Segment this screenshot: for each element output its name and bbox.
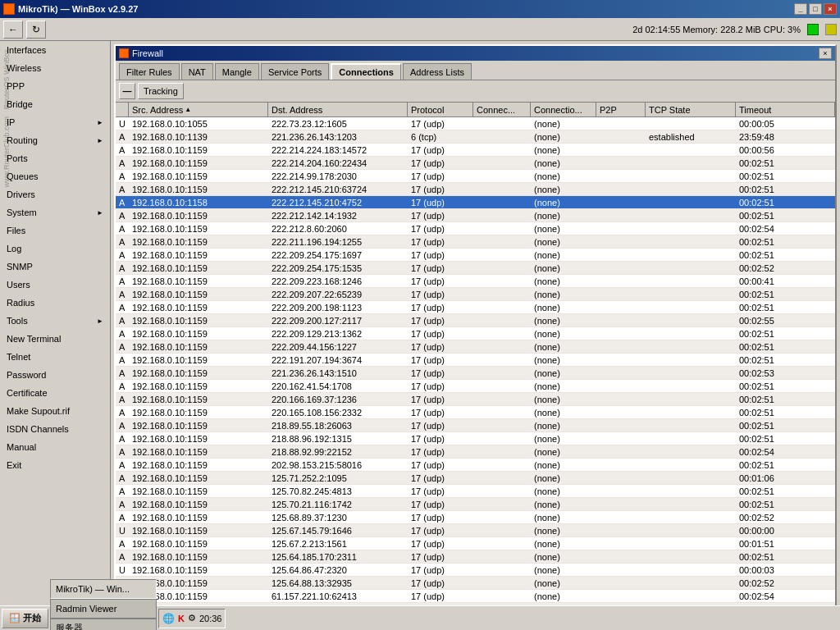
- table-row[interactable]: A 192.168.0.10:1159 222.211.196.194:1255…: [116, 235, 835, 249]
- table-row[interactable]: A 192.168.0.10:1158 222.212.145.210:4752…: [116, 196, 835, 209]
- table-row[interactable]: A 192.168.0.10:1159 218.88.92.99:22152 1…: [116, 445, 835, 459]
- th-p2p[interactable]: P2P: [596, 103, 646, 116]
- conn-table-body[interactable]: U 192.168.0.10:1055 222.73.23.12:1605 17…: [116, 117, 835, 605]
- th-tcp[interactable]: TCP State: [646, 103, 736, 116]
- sidebar-item-new-terminal[interactable]: New Terminal: [0, 330, 110, 348]
- start-button[interactable]: 🪟 开始: [2, 609, 48, 628]
- sidebar-item-password[interactable]: Password: [0, 366, 110, 384]
- table-row[interactable]: U 192.168.0.10:1055 222.73.23.12:1605 17…: [116, 117, 835, 130]
- tab-service-ports[interactable]: Service Ports: [261, 63, 329, 80]
- table-row[interactable]: A 192.168.0.10:1159 125.71.252.2:1095 17…: [116, 472, 835, 485]
- th-proto[interactable]: Protocol: [408, 103, 473, 116]
- close-button[interactable]: ×: [824, 3, 837, 15]
- tab-connections[interactable]: Connections: [331, 63, 401, 80]
- td-timeout: 00:02:54: [736, 224, 793, 234]
- table-row[interactable]: A 192.168.0.10:1159 125.68.89.37:1230 17…: [116, 511, 835, 524]
- sidebar-item-certificate[interactable]: Certificate: [0, 384, 110, 402]
- th-timeout[interactable]: Timeout: [736, 103, 835, 116]
- table-row[interactable]: A 192.168.0.10:1159 125.67.2.213:1561 17…: [116, 537, 835, 550]
- table-row[interactable]: A 192.168.0.10:1159 222.209.200.127:2117…: [116, 314, 835, 327]
- sidebar-item-make-supout.rif[interactable]: Make Supout.rif: [0, 402, 110, 420]
- table-row[interactable]: A 192.168.0.10:1159 222.212.142.14:1932 …: [116, 209, 835, 222]
- sidebar-item-snmp[interactable]: SNMP: [0, 258, 110, 276]
- td-flag: A: [116, 395, 129, 404]
- td-flag: A: [116, 224, 129, 234]
- table-row[interactable]: A 192.168.0.10:1159 221.236.26.143:1510 …: [116, 367, 835, 380]
- table-row[interactable]: A 192.168.0.10:1159 220.162.41.54:1708 1…: [116, 380, 835, 393]
- minimize-button[interactable]: _: [794, 3, 807, 15]
- table-row[interactable]: A 192.168.0.10:1159 222.214.204.160:2243…: [116, 157, 835, 170]
- td-src: 192.168.0.10:1139: [129, 132, 268, 142]
- sidebar-item-ip[interactable]: IP►: [0, 113, 110, 131]
- table-row[interactable]: A 192.168.0.10:1159 218.88.96.192:1315 1…: [116, 432, 835, 445]
- td-timeout: 00:02:51: [736, 342, 793, 352]
- table-row[interactable]: A 192.168.0.10:1159 222.209.129.213:1362…: [116, 327, 835, 340]
- back-button[interactable]: ←: [3, 21, 23, 39]
- table-row[interactable]: A 192.168.0.10:1139 221.236.26.143:1203 …: [116, 130, 835, 144]
- table-row[interactable]: A 192.168.0.10:1159 125.70.21.116:1742 1…: [116, 498, 835, 511]
- table-row[interactable]: A 192.168.0.10:1159 222.209.223.168:1246…: [116, 275, 835, 288]
- td-connid: (none): [531, 329, 596, 339]
- sidebar-item-tools[interactable]: Tools►: [0, 312, 110, 330]
- sidebar-item-telnet[interactable]: Telnet: [0, 348, 110, 366]
- table-row[interactable]: A 192.168.0.10:1159 222.212.145.210:6372…: [116, 183, 835, 196]
- td-src: 192.168.0.10:1159: [129, 421, 268, 431]
- tracking-button[interactable]: Tracking: [138, 83, 184, 99]
- table-row[interactable]: A 192.168.0.10:1159 222.209.254.175:1697…: [116, 249, 835, 262]
- tab-filter-rules[interactable]: Filter Rules: [119, 63, 180, 80]
- table-row[interactable]: A 192.168.0.10:1159 222.191.207.194:3674…: [116, 354, 835, 367]
- td-timeout: 00:00:05: [736, 119, 793, 129]
- fw-close-button[interactable]: ×: [819, 48, 832, 59]
- tab-nat[interactable]: NAT: [181, 63, 213, 80]
- sidebar-item-bridge[interactable]: Bridge: [0, 95, 110, 113]
- td-src: 192.168.0.10:1159: [129, 486, 268, 496]
- table-row[interactable]: A 192.168.0.10:1159 218.89.55.18:26063 1…: [116, 419, 835, 432]
- sidebar-item-users[interactable]: Users: [0, 276, 110, 294]
- table-row[interactable]: U 192.168.0.10:1159 125.67.145.79:1646 1…: [116, 524, 835, 537]
- table-row[interactable]: A 192.168.0.10:1159 220.165.108.156:2332…: [116, 406, 835, 419]
- table-row[interactable]: A 192.168.0.10:1159 220.166.169.37:1236 …: [116, 393, 835, 406]
- sidebar-item-ports[interactable]: Ports: [0, 149, 110, 167]
- taskbar: 🪟 开始 MikroTik) — Win...Radmin Viewer服务器未…: [0, 605, 840, 630]
- taskbar-item-2[interactable]: 服务器: [50, 619, 157, 631]
- th-connec[interactable]: Connec...: [473, 103, 531, 116]
- th-connid[interactable]: Connectio...: [531, 103, 596, 116]
- td-src: 192.168.0.10:1159: [129, 395, 268, 404]
- table-row[interactable]: A 192.168.0.10:1159 222.209.254.175:1535…: [116, 262, 835, 275]
- sidebar-item-manual[interactable]: Manual: [0, 438, 110, 456]
- table-row[interactable]: A 192.168.0.10:1159 202.98.153.215:58016…: [116, 459, 835, 472]
- taskbar-item-1[interactable]: Radmin Viewer: [50, 599, 157, 619]
- table-row[interactable]: A 192.168.0.10:1159 222.212.8.60:2060 17…: [116, 222, 835, 235]
- sidebar-item-system[interactable]: System►: [0, 203, 110, 221]
- maximize-button[interactable]: □: [809, 3, 822, 15]
- sidebar-item-interfaces[interactable]: Interfaces: [0, 41, 110, 59]
- taskbar-item-0[interactable]: MikroTik) — Win...: [50, 579, 157, 599]
- sidebar-item-ppp[interactable]: PPP: [0, 77, 110, 95]
- th-flag[interactable]: [116, 103, 129, 116]
- table-row[interactable]: A 192.168.0.10:1159 222.214.99.178:2030 …: [116, 170, 835, 183]
- table-row[interactable]: A 192.168.0.10:1159 61.157.221.10:62413 …: [116, 590, 835, 603]
- table-row[interactable]: A 192.168.0.10:1159 222.209.207.22:65239…: [116, 288, 835, 301]
- tab-mangle[interactable]: Mangle: [215, 63, 259, 80]
- th-src[interactable]: Src. Address ▲: [129, 103, 268, 116]
- sidebar-item-routing[interactable]: Routing►: [0, 131, 110, 149]
- th-dst[interactable]: Dst. Address: [268, 103, 408, 116]
- table-row[interactable]: A 192.168.0.10:1159 125.64.88.13:32935 1…: [116, 577, 835, 590]
- sidebar-item-log[interactable]: Log: [0, 240, 110, 258]
- table-row[interactable]: A 192.168.0.10:1159 222.209.200.198:1123…: [116, 301, 835, 314]
- sidebar-item-radius[interactable]: Radius: [0, 294, 110, 312]
- sidebar-item-files[interactable]: Files: [0, 221, 110, 240]
- table-row[interactable]: U 192.168.0.10:1159 125.64.86.47:2320 17…: [116, 564, 835, 577]
- table-row[interactable]: A 192.168.0.10:1159 125.70.82.245:4813 1…: [116, 485, 835, 498]
- sidebar-item-wireless[interactable]: Wireless: [0, 59, 110, 77]
- sidebar-item-exit[interactable]: Exit: [0, 456, 110, 474]
- sidebar-item-isdn-channels[interactable]: ISDN Channels: [0, 420, 110, 438]
- sidebar-item-queues[interactable]: Queues: [0, 167, 110, 185]
- sidebar-item-drivers[interactable]: Drivers: [0, 185, 110, 203]
- tab-address-lists[interactable]: Address Lists: [403, 63, 472, 80]
- table-row[interactable]: A 192.168.0.10:1159 222.214.224.183:1457…: [116, 144, 835, 157]
- forward-button[interactable]: ↻: [26, 21, 46, 39]
- table-row[interactable]: A 192.168.0.10:1159 222.209.44.156:1227 …: [116, 340, 835, 354]
- table-row[interactable]: A 192.168.0.10:1159 125.64.185.170:2311 …: [116, 550, 835, 564]
- remove-button[interactable]: —: [119, 83, 135, 99]
